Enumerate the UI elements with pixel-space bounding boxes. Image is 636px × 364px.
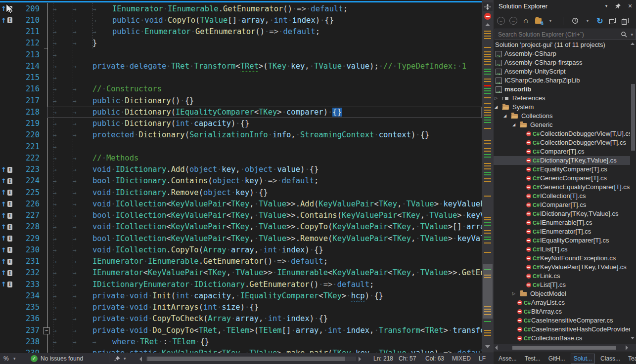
panel-tab-asse[interactable]: Asse... bbox=[496, 354, 519, 363]
tree-horizontal-scrollbar[interactable] bbox=[494, 344, 636, 351]
code-line[interactable]: 211→→→public·Enumerator·GetEnumerator()·… bbox=[0, 26, 482, 38]
code-line[interactable]: 220→→protected·Dictionary(SerializationI… bbox=[0, 129, 482, 141]
code-line[interactable]: 215→ bbox=[0, 72, 482, 83]
scroll-down-arrow-icon[interactable] bbox=[485, 345, 490, 348]
scroll-right-arrow-icon[interactable] bbox=[359, 357, 361, 362]
implements-interface-icon[interactable]: ↑I bbox=[1, 175, 12, 187]
code-line[interactable]: 218→→public·Dictionary(IEqualityComparer… bbox=[0, 107, 482, 118]
show-all-files-icon[interactable] bbox=[620, 16, 629, 25]
code-line[interactable]: 219→→public·Dictionary(int·capacity)·{} bbox=[0, 118, 482, 129]
forward-icon[interactable]: → bbox=[509, 16, 518, 25]
code-line[interactable]: 213→ bbox=[0, 49, 482, 61]
back-icon[interactable]: ← bbox=[497, 16, 505, 25]
implements-interface-icon[interactable]: ↑I bbox=[1, 221, 12, 233]
tree-item-collectiondebuggerview-t-u-cs[interactable]: C#CollectionDebuggerView[T,U].cs bbox=[494, 129, 630, 138]
search-box[interactable]: ▾ bbox=[495, 29, 636, 40]
implements-interface-icon[interactable]: ↑I bbox=[1, 210, 12, 221]
tree-item-assembly-unityscript[interactable]: Assembly-UnityScript bbox=[494, 67, 630, 76]
brush-caret-icon[interactable]: ▾ bbox=[124, 356, 126, 361]
tree-scroll-right-icon[interactable] bbox=[626, 345, 628, 350]
code-line[interactable]: 214→→private·delegate·TRet·Transform<TRe… bbox=[0, 61, 482, 72]
code-line[interactable]: 237−→→private·void·Do_CopyTo<TRet,·TElem… bbox=[0, 325, 482, 336]
code-line[interactable]: ↑I232→→IEnumerator<KeyValuePair<TKey,·TV… bbox=[0, 267, 482, 279]
code-line[interactable]: 234→→private·void·Init(int·capacity,·IEq… bbox=[0, 290, 482, 302]
search-input[interactable] bbox=[495, 31, 619, 38]
tree-item-genericequalitycomparer-t-cs[interactable]: C#GenericEqualityComparer[T].cs bbox=[494, 183, 630, 192]
tree-item-icollection-t-cs[interactable]: C#ICollection[T].cs bbox=[494, 192, 630, 201]
tree-item-solution-project-gui-11-of-11-projects-[interactable]: Solution 'project-gui' (11 of 11 project… bbox=[494, 40, 630, 49]
panel-tab-class[interactable]: Class... bbox=[598, 354, 623, 363]
tree-item-icsharpcode-sharpziplib[interactable]: ICSharpCode.SharpZipLib bbox=[494, 76, 630, 85]
pin-icon[interactable] bbox=[614, 2, 622, 10]
code-line[interactable]: 235→→private·void·InitArrays(int·size)·{… bbox=[0, 302, 482, 313]
search-icon[interactable] bbox=[619, 30, 628, 39]
no-issues-check-icon[interactable]: ✓ bbox=[31, 355, 38, 362]
code-line[interactable]: ↑I224→→bool·IDictionary.Contains(object·… bbox=[0, 175, 482, 187]
split-editor-handle-icon[interactable] bbox=[483, 2, 493, 11]
code-line[interactable]: ↑I209→→→IEnumerator·IEnumerable.GetEnume… bbox=[0, 3, 482, 15]
tree-item-idictionary-tkey-tvalue-cs[interactable]: C#IDictionary[TKey,TValue].cs bbox=[494, 209, 630, 218]
scrollbar-thumb[interactable] bbox=[483, 264, 493, 319]
implements-interface-icon[interactable]: ↑I bbox=[1, 164, 12, 175]
refresh-icon[interactable]: ↻ bbox=[595, 16, 604, 25]
tree-item-generic[interactable]: ◢Generic bbox=[494, 121, 630, 129]
implements-interface-icon[interactable]: ↑I bbox=[1, 267, 12, 279]
code-line[interactable]: 217→→public·Dictionary()·{} bbox=[0, 95, 482, 107]
caret-icon[interactable]: ▾ bbox=[546, 16, 555, 25]
tree-item-references[interactable]: ▷References bbox=[494, 94, 630, 103]
tree-item-keyvaluepair-tkey-tvalue-cs[interactable]: C#KeyValuePair[TKey,TValue].cs bbox=[494, 263, 630, 272]
tree-item-assembly-csharp[interactable]: Assembly-CSharp bbox=[494, 49, 630, 58]
tree-item-ilist-t-cs[interactable]: C#IList[T].cs bbox=[494, 245, 630, 254]
collapse-arrow-icon[interactable]: ◢ bbox=[495, 103, 498, 112]
tree-item-caseinsensitivehashcodeprovider-cs[interactable]: C#CaseInsensitiveHashCodeProvider.cs bbox=[494, 325, 630, 334]
implements-interface-icon[interactable]: ↑I bbox=[1, 15, 12, 26]
implements-interface-icon[interactable]: ↑I bbox=[1, 256, 12, 267]
collapse-arrow-icon[interactable]: ◢ bbox=[512, 121, 515, 129]
tree-item-comparer-t-cs[interactable]: C#Comparer[T].cs bbox=[494, 147, 630, 156]
code-line[interactable]: 221→ bbox=[0, 141, 482, 153]
panel-tab-tea[interactable]: Tea... bbox=[626, 354, 636, 363]
tree-item-collections[interactable]: ◢Collections bbox=[494, 112, 630, 121]
code-area[interactable]: ↑I209→→→IEnumerator·IEnumerable.GetEnume… bbox=[0, 0, 482, 353]
caret-icon[interactable]: ▾ bbox=[583, 16, 592, 25]
code-line[interactable]: 236→→private·void·CopyToCheck(Array·arra… bbox=[0, 313, 482, 324]
tree-item-collectiondebuggerview-t-cs[interactable]: C#CollectionDebuggerView[T].cs bbox=[494, 138, 630, 147]
tree-item-assembly-csharp-firstpass[interactable]: Assembly-CSharp-firstpass bbox=[494, 58, 630, 67]
scroll-up-arrow-icon[interactable] bbox=[485, 23, 490, 26]
fold-collapse-icon[interactable]: − bbox=[43, 327, 50, 334]
tree-item-ienumerator-t-cs[interactable]: C#IEnumerator[T].cs bbox=[494, 227, 630, 236]
tree-scroll-left-icon[interactable] bbox=[495, 345, 498, 350]
tree-item-dictionary-tkey-tvalue-cs[interactable]: C#Dictionary[TKey,TValue].cs bbox=[494, 156, 630, 165]
code-line[interactable]: ↑I226→→void·ICollection<KeyValuePair<TKe… bbox=[0, 199, 482, 210]
home-icon[interactable]: ⌂ bbox=[521, 16, 530, 25]
tree-item-icomparer-t-cs[interactable]: C#IComparer[T].cs bbox=[494, 201, 630, 209]
code-line[interactable]: 216→→//·Constructors bbox=[0, 83, 482, 95]
collapse-all-icon[interactable] bbox=[608, 16, 617, 25]
expand-arrow-icon[interactable]: ▷ bbox=[495, 94, 498, 103]
code-editor[interactable]: ↑I209→→→IEnumerator·IEnumerable.GetEnume… bbox=[0, 0, 494, 353]
code-line[interactable]: 222→→//·Methods bbox=[0, 153, 482, 164]
panel-tab-test[interactable]: Test... bbox=[522, 354, 543, 363]
tree-item-collectionbase-cs[interactable]: C#CollectionBase.cs bbox=[494, 334, 630, 343]
tree-item-iequalitycomparer-t-cs[interactable]: C#IEqualityComparer[T].cs bbox=[494, 236, 630, 245]
tree-item-keynotfoundexception-cs[interactable]: C#KeyNotFoundException.cs bbox=[494, 254, 630, 263]
code-line[interactable]: ↑I231→→IEnumerator·IEnumerable.GetEnumer… bbox=[0, 256, 482, 267]
switch-views-icon[interactable]: ⇅ bbox=[534, 16, 543, 25]
code-line[interactable]: ↑I210→→→public·void·CopyTo(TValue[]·arra… bbox=[0, 15, 482, 26]
zoom-caret-icon[interactable]: ▾ bbox=[13, 356, 16, 361]
tree-item-mscorlib[interactable]: mscorlib bbox=[494, 85, 630, 94]
collapse-arrow-icon[interactable]: ◢ bbox=[503, 112, 506, 121]
code-line[interactable]: 212→→} bbox=[0, 38, 482, 49]
code-line[interactable]: ↑I227→→bool·ICollection<KeyValuePair<TKe… bbox=[0, 210, 482, 221]
implements-interface-icon[interactable]: ↑I bbox=[1, 187, 12, 199]
tree-item-equalitycomparer-t-cs[interactable]: C#EqualityComparer[T].cs bbox=[494, 165, 630, 174]
editor-vertical-scrollbar[interactable] bbox=[482, 0, 494, 353]
tree-horizontal-scrollbar-thumb[interactable] bbox=[512, 346, 616, 350]
code-line[interactable]: ↑I223→→void·IDictionary.Add(object·key,·… bbox=[0, 164, 482, 175]
implements-interface-icon[interactable]: ↑I bbox=[1, 233, 12, 244]
code-line[interactable]: ↑I233→→IDictionaryEnumerator·IDictionary… bbox=[0, 279, 482, 290]
close-icon[interactable]: × bbox=[626, 2, 634, 10]
implements-interface-icon[interactable]: ↑I bbox=[1, 279, 12, 290]
chevron-down-icon[interactable]: ▾ bbox=[602, 2, 610, 10]
horizontal-scrollbar-thumb[interactable] bbox=[147, 357, 345, 361]
